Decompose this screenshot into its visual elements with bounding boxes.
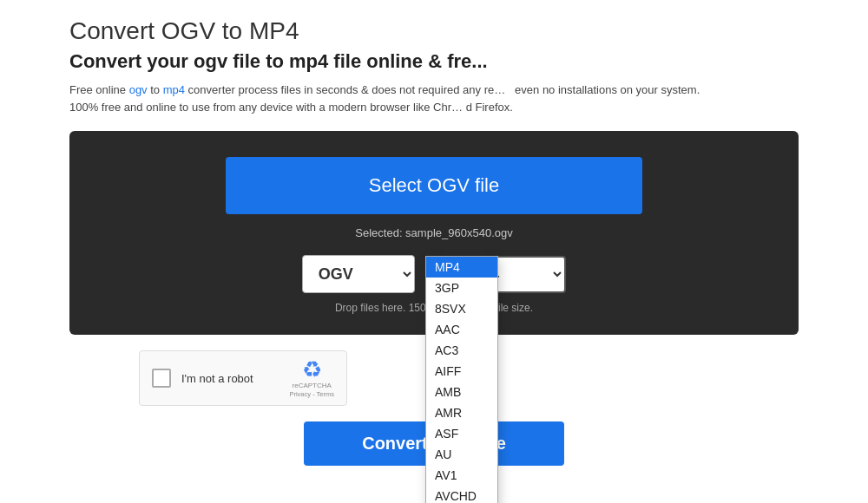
recaptcha-icon: ♻ [302, 358, 322, 381]
dropdown-item-amr[interactable]: AMR [426, 402, 497, 423]
recaptcha-widget[interactable]: I'm not a robot ♻ reCAPTCHA Privacy - Te… [139, 350, 347, 406]
dropdown-item-aiff[interactable]: AIFF [426, 361, 497, 382]
dropdown-item-au[interactable]: AU [426, 444, 497, 465]
dropdown-item-mp4[interactable]: MP4 [426, 257, 497, 278]
main-title: Convert OGV to MP4 [69, 17, 799, 45]
dropdown-item-amb[interactable]: AMB [426, 382, 497, 402]
dropdown-item-av1[interactable]: AV1 [426, 465, 497, 486]
select-file-button[interactable]: Select OGV file [226, 157, 642, 214]
mp4-link[interactable]: mp4 [163, 83, 185, 96]
dropdown-item-asf[interactable]: ASF [426, 423, 497, 444]
recaptcha-privacy: Privacy [289, 390, 311, 398]
selected-file-label: Selected: sample_960x540.ogv [87, 226, 781, 239]
dropdown-item-3gp[interactable]: 3GP [426, 278, 497, 298]
dropdown-item-ac3[interactable]: AC3 [426, 340, 497, 361]
sub-title: Convert your ogv file to mp4 file online… [69, 50, 799, 73]
ogv-link[interactable]: ogv [129, 83, 148, 96]
recaptcha-checkbox[interactable] [152, 369, 171, 388]
from-format-select[interactable]: OGV [302, 255, 415, 293]
recaptcha-logo: ♻ reCAPTCHA Privacy - Terms [289, 358, 334, 398]
dropdown-item-8svx[interactable]: 8SVX [426, 298, 497, 319]
format-dropdown[interactable]: MP4 3GP 8SVX AAC AC3 AIFF AMB AMR ASF AU… [425, 256, 498, 503]
recaptcha-terms: Terms [317, 390, 334, 398]
recaptcha-links: Privacy - Terms [289, 391, 334, 398]
recaptcha-brand: reCAPTCHA [293, 382, 332, 389]
dropdown-item-avchd[interactable]: AVCHD [426, 486, 497, 503]
dropdown-item-aac[interactable]: AAC [426, 319, 497, 340]
recaptcha-label: I'm not a robot [181, 372, 279, 385]
description: Free online ogv to mp4 converter process… [69, 82, 729, 115]
